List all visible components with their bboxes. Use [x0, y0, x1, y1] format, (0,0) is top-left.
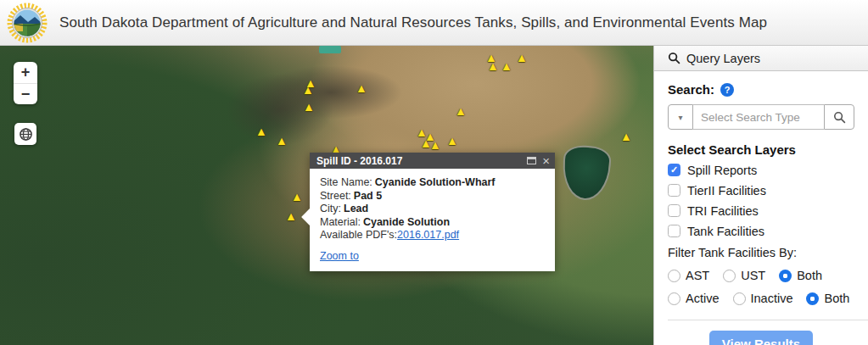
layer-spill-reports[interactable]: Spill Reports [668, 163, 854, 177]
home-extent-button[interactable] [14, 123, 36, 145]
tri-facilities-checkbox[interactable] [668, 204, 680, 217]
spill-marker-icon[interactable]: ▲ [291, 191, 303, 203]
type-both-radio[interactable] [779, 270, 792, 282]
zoom-out-button[interactable]: − [14, 83, 37, 104]
ast-radio[interactable] [668, 270, 680, 282]
active-radio[interactable] [668, 292, 680, 305]
help-icon[interactable]: ? [720, 83, 734, 97]
search-row: ▾ [668, 104, 854, 130]
app-window: South Dakota Department of Agriculture a… [0, 0, 868, 345]
map-canvas[interactable]: ▲▲▲▲▲▲▲▲▲▲▲▲▲▲▲▲▲▲▲▲▲ + − Spill ID - 201… [0, 46, 653, 345]
popup-callout-arrow [301, 209, 318, 225]
query-layers-panel: Query Layers Search: ? ▾ Select Se [653, 46, 868, 345]
search-input[interactable] [693, 104, 824, 130]
search-icon [668, 52, 680, 64]
field-street: Street:Pad 5 [320, 190, 545, 203]
spill-marker-icon[interactable]: ▲ [285, 210, 297, 222]
status-both-radio[interactable] [806, 292, 819, 305]
popup-titlebar[interactable]: Spill ID - 2016.017 × [310, 153, 555, 169]
zoom-in-button[interactable]: + [14, 62, 37, 83]
layer-tierii-facilities[interactable]: TierII Facilities [668, 183, 854, 198]
sd-danr-logo-icon [7, 3, 48, 43]
spill-marker-icon[interactable]: ▲ [516, 52, 528, 64]
zoom-control: + − [14, 62, 37, 104]
popup-title: Spill ID - 2016.017 [316, 155, 527, 167]
search-icon [833, 111, 846, 124]
search-label-row: Search: ? [668, 82, 854, 97]
inactive-radio[interactable] [733, 292, 746, 305]
spill-marker-icon[interactable]: ▲ [487, 60, 499, 72]
tank-facilities-checkbox[interactable] [668, 225, 680, 237]
pdf-link[interactable]: 2016.017.pdf [397, 229, 459, 241]
filter-tank-facilities-label: Filter Tank Facilities By: [668, 246, 854, 259]
layer-tank-facilities[interactable]: Tank Facilities [668, 224, 854, 238]
search-type-dropdown[interactable]: ▾ [668, 104, 693, 130]
spill-marker-icon[interactable]: ▲ [255, 125, 267, 137]
field-site-name: Site Name:Cyanide Solution-Wharf [320, 176, 545, 190]
radio-active[interactable]: Active [668, 292, 720, 305]
spill-marker-icon[interactable]: ▲ [276, 135, 288, 147]
tank-type-radio-group: AST UST Both [668, 269, 854, 282]
leach-pool-area [319, 46, 341, 53]
radio-status-both[interactable]: Both [806, 292, 849, 305]
globe-icon [19, 127, 33, 142]
page-title: South Dakota Department of Agriculture a… [59, 14, 767, 31]
panel-title: Query Layers [686, 52, 760, 65]
close-icon[interactable]: × [542, 154, 550, 167]
layer-tri-facilities[interactable]: TRI Facilities [668, 203, 854, 218]
divider [668, 320, 868, 320]
field-available-pdfs: Available PDF's:2016.017.pdf [320, 229, 545, 242]
radio-ust[interactable]: UST [723, 269, 765, 282]
spill-info-popup: Spill ID - 2016.017 × Site Name:Cyanide … [310, 153, 555, 271]
search-submit-button[interactable] [824, 104, 854, 130]
zoom-to-link[interactable]: Zoom to [320, 250, 359, 262]
popup-body: Site Name:Cyanide Solution-Wharf Street:… [310, 169, 555, 271]
spill-marker-icon[interactable]: ▲ [356, 82, 367, 94]
spill-marker-icon[interactable]: ▲ [429, 139, 441, 151]
retention-pond-area [561, 144, 612, 202]
radio-type-both[interactable]: Both [779, 269, 822, 282]
select-search-layers-heading: Select Search Layers [668, 142, 854, 157]
field-material: Material:Cyanide Solution [320, 216, 545, 230]
spill-marker-icon[interactable]: ▲ [620, 131, 632, 142]
panel-header: Query Layers [654, 46, 868, 71]
header-bar: South Dakota Department of Agriculture a… [0, 0, 868, 46]
radio-ast[interactable]: AST [668, 269, 709, 282]
spill-marker-icon[interactable]: ▲ [302, 84, 314, 96]
spill-marker-icon[interactable]: ▲ [455, 105, 467, 117]
spill-marker-icon[interactable]: ▲ [446, 135, 458, 147]
spill-marker-icon[interactable]: ▲ [303, 101, 315, 113]
spill-reports-checkbox[interactable] [668, 164, 680, 176]
tank-status-radio-group: Active Inactive Both [668, 292, 854, 305]
chevron-down-icon: ▾ [678, 113, 682, 122]
view-results-button[interactable]: View Results [709, 331, 813, 345]
ust-radio[interactable] [723, 270, 736, 282]
maximize-icon[interactable] [527, 157, 536, 164]
radio-inactive[interactable]: Inactive [733, 292, 793, 305]
spill-marker-icon[interactable]: ▲ [501, 60, 512, 72]
field-city: City:Lead [320, 203, 545, 216]
tierii-facilities-checkbox[interactable] [668, 184, 680, 197]
